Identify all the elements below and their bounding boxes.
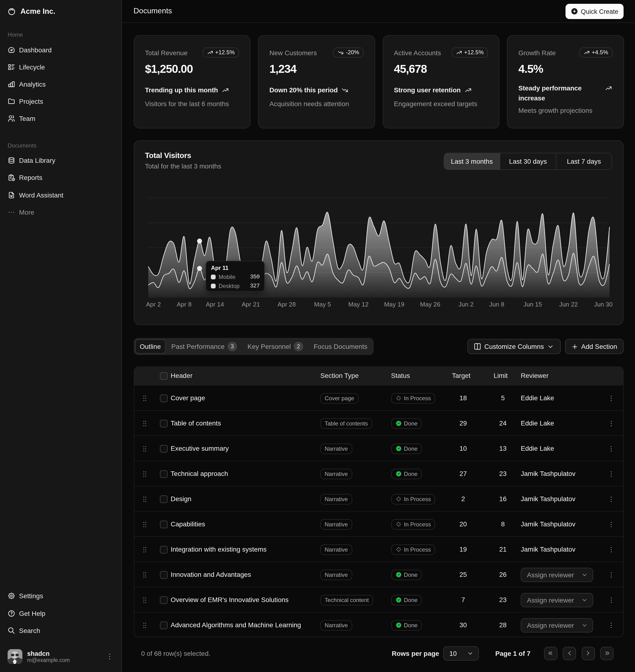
svg-text:Apr 8: Apr 8 <box>177 301 191 308</box>
svg-text:Jun 22: Jun 22 <box>559 301 578 308</box>
svg-text:May 26: May 26 <box>420 301 440 308</box>
svg-text:Apr 21: Apr 21 <box>241 301 260 308</box>
svg-text:Jun 30: Jun 30 <box>594 301 612 308</box>
svg-text:Apr 2: Apr 2 <box>146 301 161 308</box>
svg-text:Apr 28: Apr 28 <box>277 301 295 308</box>
svg-text:Apr 14: Apr 14 <box>206 301 224 308</box>
svg-text:May 5: May 5 <box>314 301 331 308</box>
svg-text:Jun 2: Jun 2 <box>458 301 474 308</box>
svg-text:Jun 8: Jun 8 <box>489 301 504 308</box>
svg-text:Jun 15: Jun 15 <box>523 301 542 308</box>
svg-text:May 19: May 19 <box>384 301 404 308</box>
svg-text:May 12: May 12 <box>348 301 368 308</box>
